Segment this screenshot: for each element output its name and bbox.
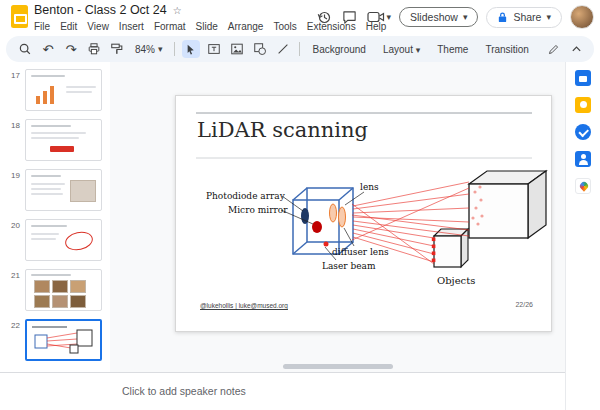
horizontal-scrollbar[interactable] [283,364,393,369]
comment-icon[interactable] [341,8,359,26]
slide-number: 21 [6,269,20,280]
transition-button[interactable]: Transition [479,42,535,57]
thumbnail-preview [31,75,65,77]
label-photodiode-array: Photodiode array [206,191,285,201]
document-title[interactable]: Benton - Class 2 Oct 24 [34,3,167,17]
menu-view[interactable]: View [82,20,114,33]
star-icon[interactable]: ☆ [173,5,182,16]
slide-number: 20 [6,219,20,230]
thumbnail-preview [31,274,71,276]
toolbar-divider [299,42,300,56]
thumbnail-preview [70,180,96,202]
menu-file[interactable]: File [29,20,55,33]
slide-thumbnail-20[interactable] [25,219,102,261]
editing-mode-icon[interactable] [545,40,563,58]
slide-thumbnail-22-selected[interactable] [25,319,102,361]
chevron-down-icon: ▾ [387,12,392,22]
search-menus-icon[interactable] [16,40,34,58]
menu-edit[interactable]: Edit [55,20,82,33]
slide-number: 22 [6,319,20,330]
menu-insert[interactable]: Insert [114,20,149,33]
hide-menus-icon[interactable] [568,40,586,58]
label-laser-beam: Laser beam [322,261,375,271]
zoom-select[interactable]: 84% ▾ [131,43,167,56]
share-button[interactable]: Share ▾ [486,7,562,28]
editing-canvas: LiDAR scanning Photodiode array Micro mi… [110,62,565,372]
slide-footer-link[interactable]: @lukehollis | luke@mused.org [200,302,288,309]
insert-line-icon[interactable] [274,40,292,58]
slide-number: 18 [6,119,20,130]
label-micro-mirror: Micro mirror [228,205,287,215]
version-history-icon[interactable] [315,8,333,26]
speaker-notes-bar[interactable]: Click to add speaker notes [0,372,565,410]
slide-title-text[interactable]: LiDAR scanning [197,118,368,142]
contacts-icon[interactable] [575,151,591,167]
toolbar-divider [174,42,175,56]
meet-button[interactable]: ▾ [367,11,392,23]
calendar-icon[interactable] [575,70,591,86]
slide-thumbnail-17[interactable] [25,69,102,111]
account-avatar[interactable] [570,5,594,29]
toolbar: ↶ ↷ 84% ▾ Background Layout ▾ The [6,36,594,62]
side-panel-rail [565,62,600,410]
chevron-down-icon: ▾ [463,12,468,22]
text-box-icon[interactable] [205,40,223,58]
thumbnail-preview [50,146,74,152]
paint-format-icon[interactable] [108,40,126,58]
slide-page-indicator: 22/26 [515,301,533,308]
slideshow-button[interactable]: Slideshow ▾ [399,7,478,27]
google-slides-window: Benton - Class 2 Oct 24 ☆ File Edit View… [0,0,600,410]
menu-slide[interactable]: Slide [191,20,223,33]
thumbnail-preview [31,125,71,127]
slide-thumbnail-21[interactable] [25,269,102,311]
slide-number: 17 [6,69,20,80]
insert-image-icon[interactable] [228,40,246,58]
chevron-down-icon: ▾ [546,12,551,22]
thumbnail-preview [27,321,100,359]
label-objects: Objects [437,275,475,286]
thumbnail-preview [31,225,67,227]
menu-tools[interactable]: Tools [268,20,301,33]
current-slide[interactable]: LiDAR scanning Photodiode array Micro mi… [175,95,552,332]
menu-format[interactable]: Format [149,20,191,33]
label-lens: lens [360,182,379,192]
redo-icon[interactable]: ↷ [62,40,80,58]
slide-number: 19 [6,169,20,180]
slides-logo-icon[interactable] [11,5,28,28]
print-icon[interactable] [85,40,103,58]
menu-arrange[interactable]: Arrange [223,20,269,33]
top-bar: Benton - Class 2 Oct 24 ☆ File Edit View… [0,0,600,36]
thumbnail-preview [31,175,61,177]
lock-icon [497,11,508,24]
chevron-down-icon: ▾ [158,44,163,54]
select-tool-icon[interactable] [182,40,200,58]
insert-shape-icon[interactable] [251,40,269,58]
tasks-icon[interactable] [575,124,591,140]
slide-filmstrip: 17 18 19 [0,62,110,372]
background-button[interactable]: Background [307,42,372,57]
layout-button[interactable]: Layout ▾ [377,42,426,57]
speaker-notes-placeholder[interactable]: Click to add speaker notes [122,385,246,397]
slide-thumbnail-19[interactable] [25,169,102,211]
slide-thumbnail-18[interactable] [25,119,102,161]
keep-icon[interactable] [575,97,591,113]
chevron-down-icon: ▾ [416,45,421,55]
undo-icon[interactable]: ↶ [39,40,57,58]
theme-button[interactable]: Theme [431,42,474,57]
maps-icon[interactable] [575,178,591,194]
label-diffuser-lens: diffuser lens [332,247,389,257]
thumbnail-preview [63,229,94,252]
